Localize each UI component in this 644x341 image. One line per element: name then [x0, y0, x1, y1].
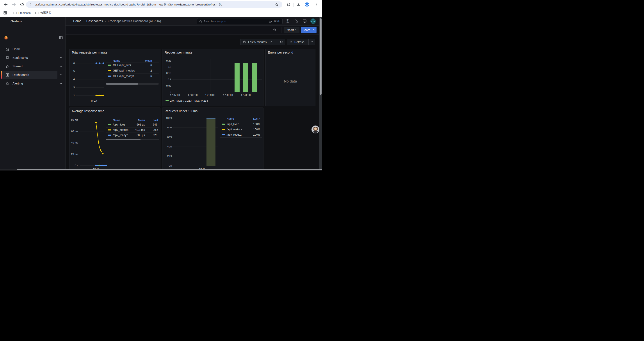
legend-header-last[interactable]: Last * — [153, 119, 159, 122]
sidebar-item-home[interactable]: Home — [0, 45, 66, 53]
legend-header-mean[interactable]: Mean — [128, 119, 145, 122]
data-point[interactable] — [95, 165, 97, 166]
panel-title[interactable]: Errors per second — [268, 51, 293, 54]
export-label: Export — [286, 28, 294, 32]
search-input[interactable] — [204, 19, 243, 24]
data-point[interactable] — [102, 95, 104, 96]
bookmark-star-icon[interactable] — [275, 3, 279, 7]
sidebar-item-dashboards[interactable]: Dashboards — [0, 71, 66, 79]
site-info-icon[interactable] — [29, 3, 32, 6]
extensions-icon[interactable] — [286, 2, 291, 7]
legend-series-name[interactable]: /api/_metrics — [227, 128, 242, 131]
breadcrumb-home[interactable]: Home — [73, 19, 81, 23]
series-color-pill[interactable] — [222, 134, 225, 135]
data-point[interactable] — [96, 95, 97, 96]
legend-series-name[interactable]: /api/_readyz — [227, 133, 242, 136]
legend-series-name[interactable]: GET /api/_livez — [113, 64, 132, 67]
floating-avatar-button[interactable] — [312, 126, 319, 133]
bar-2xx[interactable] — [243, 63, 248, 92]
series-color-pill[interactable] — [108, 124, 111, 125]
reload-icon[interactable] — [20, 2, 24, 7]
data-point[interactable] — [106, 165, 107, 166]
downloads-icon[interactable] — [296, 2, 301, 7]
series-color-pill[interactable] — [108, 65, 111, 66]
rss-news-icon[interactable] — [294, 19, 298, 23]
chevron-down-icon[interactable] — [60, 65, 62, 68]
data-point[interactable] — [102, 63, 104, 64]
chevron-down-icon[interactable] — [60, 56, 62, 59]
legend-scrollbar-thumb[interactable] — [106, 83, 138, 85]
breadcrumb-dashboards[interactable]: Dashboards — [86, 19, 103, 23]
data-point[interactable] — [96, 63, 97, 64]
panel-title[interactable]: Total requests per minute — [72, 51, 108, 54]
panel-requests-under-100ms[interactable]: Requests under 100ms 100% 80% 60% 40% 20… — [162, 108, 264, 171]
monitor-icon[interactable] — [302, 19, 307, 23]
bar-2xx[interactable] — [234, 63, 240, 92]
legend-series-name[interactable]: /api/_readyz — [113, 134, 128, 137]
refresh-interval-dropdown[interactable] — [309, 41, 315, 43]
back-icon[interactable] — [3, 2, 8, 7]
series-color-pill[interactable] — [108, 76, 111, 77]
panel-errors-per-second[interactable]: Errors per second No data — [266, 49, 316, 106]
chevron-down-icon[interactable] — [60, 74, 62, 76]
legend-series-name[interactable]: /api/_livez — [227, 123, 239, 126]
legend-series-name[interactable]: /api/_metrics — [113, 128, 128, 131]
data-point[interactable] — [99, 165, 100, 166]
legend-header-name[interactable]: Name — [113, 59, 120, 62]
help-icon[interactable]: ? — [286, 19, 290, 23]
panel-title[interactable]: Request per minute — [164, 51, 192, 54]
favorite-star-icon[interactable] — [273, 28, 277, 32]
legend-series-name[interactable]: 2xx — [170, 99, 174, 102]
user-avatar[interactable] — [310, 19, 316, 24]
menu-kebab-icon[interactable] — [314, 2, 319, 7]
share-dropdown-button[interactable] — [312, 27, 316, 33]
forward-icon[interactable] — [12, 2, 16, 7]
series-color-pill[interactable] — [108, 129, 111, 131]
share-button[interactable]: Share — [301, 27, 312, 33]
series-color-pill[interactable] — [108, 135, 111, 136]
x-tick: 17:39:00 — [206, 94, 215, 96]
data-point[interactable] — [99, 63, 100, 64]
zoom-out-button[interactable] — [278, 40, 285, 44]
legend-header-name[interactable]: Name — [113, 119, 120, 122]
url-bar[interactable]: grafana.mathmast.com/d/deytv4rwavabkb/fr… — [26, 1, 282, 8]
sidebar-toggle-icon[interactable] — [59, 36, 63, 40]
chevron-down-icon[interactable] — [60, 82, 62, 85]
sidebar-item-starred[interactable]: Starred — [0, 62, 66, 70]
profile-icon[interactable] — [304, 2, 310, 7]
bookmark-folder-freeleaps[interactable]: Freeleaps — [12, 10, 32, 16]
grafana-logo[interactable] — [4, 35, 8, 40]
legend-series-name[interactable]: /api/_livez — [113, 123, 125, 126]
panel-request-per-minute[interactable]: Request per minute 0.25 0.2 0.15 0.1 0.0… — [162, 49, 264, 106]
panel-title[interactable]: Requests under 100ms — [164, 109, 198, 113]
refresh-button[interactable]: Refresh — [287, 40, 308, 44]
legend-header-last[interactable]: Last * — [246, 117, 260, 120]
panel-total-requests[interactable]: Total requests per minute 6 5 4 3 2 17:4… — [69, 49, 160, 106]
time-range-picker[interactable]: Last 5 minutes — [240, 40, 278, 44]
sidebar-item-bookmarks[interactable]: Bookmarks — [0, 54, 66, 62]
legend-series-name[interactable]: GET /api/_metrics — [113, 69, 135, 72]
legend-series-name[interactable]: GET /api/_readyz — [113, 75, 134, 78]
data-point[interactable] — [99, 95, 100, 96]
legend-header-name[interactable]: Name — [227, 117, 234, 120]
vertical-scrollbar-thumb[interactable] — [320, 19, 322, 95]
export-button[interactable]: Export — [284, 27, 300, 33]
legend-scrollbar-thumb[interactable] — [106, 139, 140, 140]
series-color-pill[interactable] — [166, 100, 169, 101]
bookmark-folder-blogs[interactable]: 收藏博客 — [33, 10, 53, 16]
sidebar-item-alerting[interactable]: Alerting — [0, 80, 66, 87]
url-text[interactable]: grafana.mathmast.com/d/deytv4rwavabkb/fr… — [35, 1, 274, 8]
apps-grid-icon[interactable] — [3, 11, 7, 15]
horizontal-scrollbar-thumb[interactable] — [17, 169, 322, 170]
brand-name[interactable]: Grafana — [10, 17, 22, 26]
search-box[interactable]: ⌘+k — [196, 18, 282, 24]
data-point[interactable] — [102, 165, 104, 166]
panel-average-response-time[interactable]: Average response time 80 ms 60 ms 40 ms … — [69, 108, 160, 171]
series-color-pill[interactable] — [222, 124, 225, 125]
series-color-pill[interactable] — [108, 70, 111, 71]
legend-separator — [106, 79, 159, 79]
bar-2xx[interactable] — [252, 63, 257, 92]
legend-header-mean[interactable]: Mean — [138, 59, 152, 62]
bar-under-100ms[interactable] — [206, 119, 216, 166]
series-color-pill[interactable] — [222, 129, 225, 130]
